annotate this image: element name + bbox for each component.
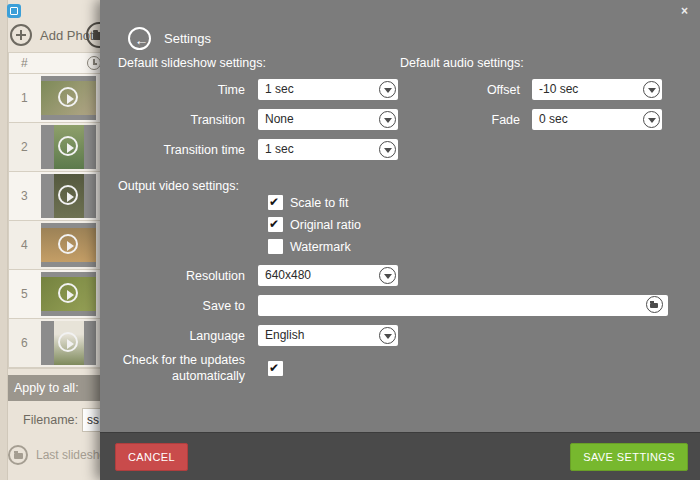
fade-label: Fade: [400, 113, 520, 127]
photo-thumbnail[interactable]: [41, 76, 96, 120]
scale-to-fit-checkbox[interactable]: [268, 195, 283, 210]
save-to-label: Save to: [100, 299, 245, 313]
audio-settings-header: Default audio settings:: [400, 56, 524, 70]
language-dropdown[interactable]: English: [258, 325, 398, 346]
language-value: English: [265, 328, 304, 342]
last-slideshow-row: Last slideshow: 0: [8, 445, 100, 465]
save-to-input[interactable]: [258, 295, 668, 316]
play-icon[interactable]: [58, 283, 78, 303]
time-value: 1 sec: [265, 82, 294, 96]
photo-thumbnail[interactable]: [41, 174, 96, 218]
play-icon[interactable]: [58, 234, 78, 254]
last-slideshow-label: Last slideshow: 0: [36, 448, 100, 462]
plus-icon: [10, 24, 32, 46]
browse-folder-button[interactable]: [646, 296, 663, 313]
table-row[interactable]: 4: [9, 221, 100, 270]
row-number: 1: [21, 91, 28, 105]
play-icon[interactable]: [58, 87, 78, 107]
table-row[interactable]: 6: [9, 319, 100, 368]
transition-value: None: [265, 112, 294, 126]
slideshow-settings-header: Default slideshow settings:: [118, 56, 266, 70]
photo-thumbnail[interactable]: [41, 223, 96, 267]
dialog-footer: CANCEL SAVE SETTINGS: [100, 432, 700, 480]
dialog-header: Settings: [128, 27, 211, 50]
row-number: 5: [21, 287, 28, 301]
chevron-down-icon[interactable]: [379, 327, 396, 344]
offset-label: Offset: [400, 83, 520, 97]
table-row[interactable]: 2: [9, 123, 100, 172]
folder-icon[interactable]: [8, 445, 28, 465]
transition-time-label: Transition time: [100, 143, 245, 157]
resolution-label: Resolution: [100, 269, 245, 283]
table-row[interactable]: 3: [9, 172, 100, 221]
photo-list-sidebar: Add Photo # 1 2 3 4 5 6: [0, 0, 100, 480]
dialog-title: Settings: [164, 31, 211, 46]
photo-table-header: #: [9, 53, 100, 74]
clock-icon: [87, 56, 100, 70]
table-row[interactable]: 5: [9, 270, 100, 319]
resolution-dropdown[interactable]: 640x480: [258, 265, 398, 286]
cancel-button[interactable]: CANCEL: [115, 443, 188, 471]
folder-icon: [93, 32, 100, 40]
language-label: Language: [100, 329, 245, 343]
filename-label: Filename:: [23, 413, 78, 427]
play-icon[interactable]: [58, 136, 78, 156]
filename-input[interactable]: [82, 408, 100, 432]
check-updates-label: Check for the updates automatically: [100, 352, 245, 384]
photo-thumbnail[interactable]: [41, 272, 96, 316]
play-icon[interactable]: [58, 332, 78, 352]
row-number: 4: [21, 238, 28, 252]
close-icon[interactable]: ×: [681, 4, 688, 18]
settings-dialog: × Settings Default slideshow settings: D…: [100, 0, 700, 480]
watermark-label: Watermark: [290, 240, 351, 254]
chevron-down-icon[interactable]: [379, 111, 396, 128]
app-logo-icon: [7, 4, 21, 18]
offset-value: -10 sec: [539, 82, 578, 96]
row-number: 3: [21, 189, 28, 203]
resolution-value: 640x480: [265, 268, 311, 282]
offset-dropdown[interactable]: -10 sec: [532, 79, 662, 100]
table-row[interactable]: 1: [9, 74, 100, 123]
save-settings-button[interactable]: SAVE SETTINGS: [570, 443, 688, 471]
row-number: 6: [21, 336, 28, 350]
transition-label: Transition: [100, 113, 245, 127]
chevron-down-icon[interactable]: [643, 111, 660, 128]
transition-time-dropdown[interactable]: 1 sec: [258, 139, 398, 160]
filename-row: Filename:: [0, 408, 100, 432]
time-dropdown[interactable]: 1 sec: [258, 79, 398, 100]
photo-thumbnail[interactable]: [41, 125, 96, 169]
original-ratio-checkbox[interactable]: [268, 217, 283, 232]
back-button[interactable]: [128, 27, 151, 50]
scale-to-fit-label: Scale to fit: [290, 196, 348, 210]
chevron-down-icon[interactable]: [379, 267, 396, 284]
play-icon[interactable]: [58, 185, 78, 205]
row-number: 2: [21, 140, 28, 154]
number-column-header: #: [21, 56, 28, 70]
original-ratio-label: Original ratio: [290, 218, 361, 232]
chevron-down-icon[interactable]: [379, 141, 396, 158]
photo-thumbnail[interactable]: [41, 321, 96, 365]
fade-dropdown[interactable]: 0 sec: [532, 109, 662, 130]
watermark-checkbox[interactable]: [268, 239, 283, 254]
check-updates-checkbox[interactable]: [268, 361, 283, 376]
transition-dropdown[interactable]: None: [258, 109, 398, 130]
time-label: Time: [100, 83, 245, 97]
transition-time-value: 1 sec: [265, 142, 294, 156]
fade-value: 0 sec: [539, 112, 568, 126]
apply-to-all-label: Apply to all:: [8, 375, 100, 401]
output-settings-header: Output video settings:: [118, 179, 239, 193]
chevron-down-icon[interactable]: [379, 81, 396, 98]
photo-table: # 1 2 3 4 5 6: [8, 52, 100, 369]
chevron-down-icon[interactable]: [643, 81, 660, 98]
